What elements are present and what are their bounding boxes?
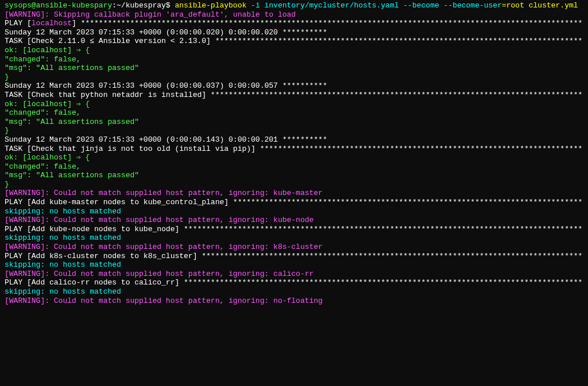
- skipping-line: skipping: no hosts matched: [5, 287, 583, 297]
- skipping-line: skipping: no hosts matched: [5, 260, 583, 270]
- warning-kubenode: [WARNING]: Could not match supplied host…: [5, 216, 583, 225]
- ok-line: ok: [localhost] ⇒ {: [5, 100, 583, 109]
- play-kubemaster: PLAY [Add kube-master nodes to kube_cont…: [5, 198, 583, 207]
- prompt-path: :~/kubespray$: [112, 1, 175, 10]
- play-host: localhost: [32, 19, 72, 28]
- timestamp-2: Sunday 12 March 2023 07:15:33 +0000 (0:0…: [5, 81, 583, 91]
- play-prefix: PLAY [: [5, 19, 32, 28]
- prompt-line: sysops@ansible-kubespary:~/kubespray$ an…: [5, 1, 583, 10]
- play-calico: PLAY [Add calico-rr nodes to calico_rr] …: [5, 278, 583, 287]
- prompt-args: -i inventory/mycluster/hosts.yaml --beco…: [251, 1, 502, 10]
- warning-nofloat: [WARNING]: Could not match supplied host…: [5, 297, 583, 306]
- skipping-line: skipping: no hosts matched: [5, 233, 583, 243]
- skipping-line: skipping: no hosts matched: [5, 207, 583, 216]
- timestamp-3: Sunday 12 March 2023 07:15:33 +0000 (0:0…: [5, 135, 583, 145]
- warning-ara: [WARNING]: Skipping callback plugin 'ara…: [5, 10, 583, 20]
- changed-false: "changed": false,: [5, 108, 583, 118]
- prompt-cmd: ansible-playbook: [175, 1, 251, 10]
- msg-passed: "msg": "All assertions passed": [5, 64, 583, 73]
- play-kubenode: PLAY [Add kube-node nodes to kube_node] …: [5, 225, 583, 234]
- changed-false: "changed": false,: [5, 162, 583, 171]
- warning-calico: [WARNING]: Could not match supplied host…: [5, 270, 583, 279]
- ok-line: ok: [localhost] ⇒ {: [5, 153, 583, 162]
- msg-passed: "msg": "All assertions passed": [5, 118, 583, 127]
- close-brace: }: [5, 73, 583, 82]
- prompt-args-end: =root cluster.yml: [502, 1, 578, 10]
- task-3: TASK [Check that jinja is not too old (i…: [5, 145, 583, 154]
- play-localhost: PLAY [localhost] ***********************…: [5, 19, 583, 28]
- task-2: TASK [Check that python netaddr is insta…: [5, 91, 583, 100]
- warning-k8s: [WARNING]: Could not match supplied host…: [5, 243, 583, 252]
- msg-passed: "msg": "All assertions passed": [5, 171, 583, 180]
- task-1: TASK [Check 2.11.0 ≤ Ansible version < 2…: [5, 37, 583, 46]
- play-suffix: ] **************************************…: [72, 19, 583, 28]
- changed-false: "changed": false,: [5, 55, 583, 64]
- ok-line: ok: [localhost] ⇒ {: [5, 46, 583, 55]
- timestamp-1: Sunday 12 March 2023 07:15:33 +0000 (0:0…: [5, 28, 583, 37]
- play-k8s: PLAY [Add k8s-cluster nodes to k8s_clust…: [5, 252, 583, 261]
- close-brace: }: [5, 180, 583, 189]
- warning-kubemaster: [WARNING]: Could not match supplied host…: [5, 189, 583, 198]
- close-brace: }: [5, 126, 583, 135]
- prompt-user-host: sysops@ansible-kubespary: [5, 1, 112, 10]
